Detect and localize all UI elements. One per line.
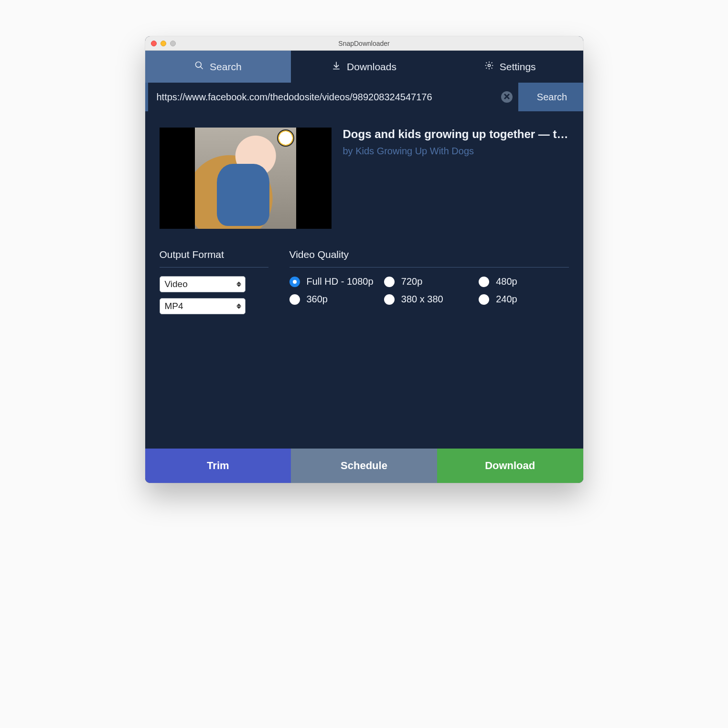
gear-icon [484,61,494,73]
trim-button[interactable]: Trim [145,449,291,483]
quality-label: Full HD - 1080p [307,276,374,287]
video-metadata: Dogs and kids growing up together — this… [343,128,569,229]
format-container-select[interactable]: MP4 [160,298,246,314]
download-button[interactable]: Download [437,449,583,483]
tab-search-label: Search [210,61,242,73]
tab-search[interactable]: Search [145,51,291,83]
radio-dot-icon [289,294,300,305]
format-container-value: MP4 [165,301,183,311]
titlebar: SnapDownloader [145,36,583,51]
format-type-select[interactable]: Video [160,276,246,292]
svg-point-0 [196,62,202,68]
thumbnail-source-logo-icon [277,129,294,147]
quality-option-720p[interactable]: 720p [384,276,474,287]
download-icon [332,61,341,73]
action-bar: Trim Schedule Download [145,449,583,483]
url-input-container [148,83,518,111]
maximize-window-button[interactable] [170,41,176,46]
quality-option-380x380[interactable]: 380 x 380 [384,294,474,305]
quality-radio-group: Full HD - 1080p 720p 480p 360p [289,276,569,305]
quality-label: 360p [307,294,328,305]
quality-label: 720p [401,276,423,287]
close-window-button[interactable] [151,41,157,46]
options-panel: Output Format Video MP4 Video Quality [160,249,569,320]
trim-button-label: Trim [207,460,229,472]
quality-option-480p[interactable]: 480p [479,276,568,287]
video-thumbnail [160,128,332,229]
app-window: SnapDownloader Search Downloads Settin [145,36,583,483]
minimize-window-button[interactable] [161,41,166,46]
search-icon [194,61,204,73]
radio-dot-icon [479,294,489,305]
quality-label: 480p [496,276,517,287]
output-format-heading: Output Format [160,249,268,268]
tab-settings-label: Settings [500,61,536,73]
url-input[interactable] [157,92,501,103]
schedule-button-label: Schedule [341,460,387,472]
close-icon [504,93,510,101]
search-button-label: Search [537,92,567,103]
radio-dot-icon [479,277,489,287]
schedule-button[interactable]: Schedule [291,449,437,483]
tab-downloads[interactable]: Downloads [291,51,437,83]
tab-settings[interactable]: Settings [437,51,583,83]
tab-downloads-label: Downloads [347,61,396,73]
download-button-label: Download [485,460,535,472]
radio-dot-icon [384,277,395,287]
main-tabs: Search Downloads Settings [145,51,583,83]
clear-input-button[interactable] [501,91,513,103]
video-quality-heading: Video Quality [289,249,569,268]
output-format-section: Output Format Video MP4 [160,249,268,320]
window-title: SnapDownloader [145,40,583,47]
video-title: Dogs and kids growing up together — this… [343,128,569,141]
video-author: by Kids Growing Up With Dogs [343,146,569,157]
quality-label: 380 x 380 [401,294,443,305]
chevron-updown-icon [236,304,241,309]
svg-line-1 [201,67,203,69]
video-quality-section: Video Quality Full HD - 1080p 720p 48 [289,249,569,320]
video-preview: Dogs and kids growing up together — this… [160,128,569,229]
radio-dot-icon [289,277,300,287]
quality-option-360p[interactable]: 360p [289,294,379,305]
content-area: Dogs and kids growing up together — this… [145,111,583,449]
window-controls [151,41,176,46]
radio-dot-icon [384,294,395,305]
quality-option-240p[interactable]: 240p [479,294,568,305]
quality-option-1080p[interactable]: Full HD - 1080p [289,276,379,287]
svg-point-4 [488,64,490,67]
format-type-value: Video [165,279,188,289]
search-button[interactable]: Search [521,83,583,111]
quality-label: 240p [496,294,517,305]
search-bar: Search [145,83,583,111]
chevron-updown-icon [236,282,241,287]
